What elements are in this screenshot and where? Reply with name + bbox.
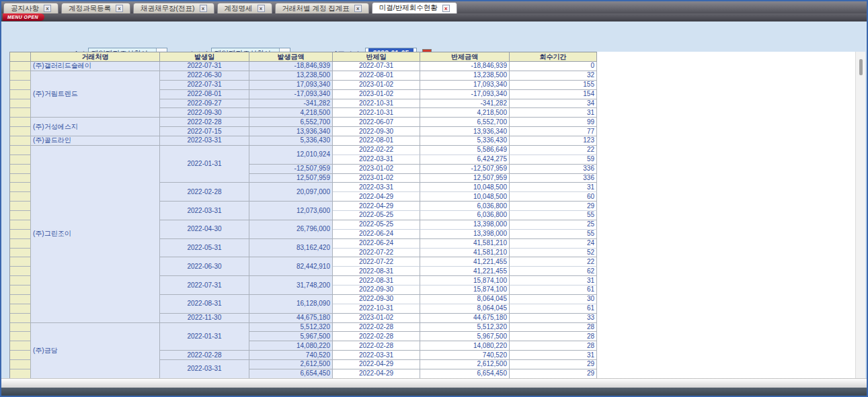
cell-customer[interactable]: (주)거성에스지 <box>31 118 160 136</box>
row-selector[interactable] <box>10 62 31 71</box>
cell-issue-date[interactable]: 2022-03-31 <box>160 202 249 220</box>
cell-repay-date[interactable]: 2023-01-02 <box>333 90 420 99</box>
cell-repay-amount[interactable]: 44,675,180 <box>420 314 510 323</box>
cell-repay-amount[interactable]: 740,520 <box>420 351 510 360</box>
cell-repay-amount[interactable]: 15,874,100 <box>420 285 510 295</box>
cell-collection-days[interactable]: 31 <box>510 276 597 285</box>
cell-issue-amount[interactable]: 13,238,500 <box>249 71 333 81</box>
cell-repay-amount[interactable]: 6,552,700 <box>420 118 510 127</box>
cell-issue-date[interactable]: 2022-02-28 <box>160 351 249 360</box>
cell-issue-amount[interactable]: 17,093,340 <box>249 81 333 90</box>
cell-repay-amount[interactable]: 10,048,500 <box>420 192 510 202</box>
cell-issue-date[interactable]: 2022-07-31 <box>160 81 249 90</box>
cell-repay-amount[interactable]: 6,654,450 <box>420 369 510 378</box>
row-selector[interactable] <box>10 369 31 378</box>
cell-customer[interactable]: (주)골드라인 <box>31 136 160 146</box>
row-selector[interactable] <box>10 314 31 323</box>
cell-repay-date[interactable]: 2023-01-02 <box>333 81 420 90</box>
cell-repay-date[interactable]: 2022-04-29 <box>333 360 420 369</box>
cell-repay-date[interactable]: 2022-03-31 <box>333 351 420 360</box>
cell-collection-days[interactable]: 336 <box>510 174 597 183</box>
row-selector[interactable] <box>10 174 31 183</box>
row-selector[interactable] <box>10 360 31 369</box>
cell-collection-days[interactable]: 28 <box>510 332 597 341</box>
cell-collection-days[interactable]: 24 <box>510 239 597 249</box>
row-selector[interactable] <box>10 90 31 99</box>
row-selector[interactable] <box>10 118 31 127</box>
row-selector[interactable] <box>10 220 31 230</box>
cell-issue-date[interactable]: 2022-09-27 <box>160 99 249 109</box>
cell-repay-amount[interactable]: 13,398,000 <box>420 230 510 239</box>
cell-collection-days[interactable]: 28 <box>510 323 597 333</box>
tab-close-icon[interactable]: x <box>200 5 207 12</box>
cell-issue-amount[interactable]: 44,675,180 <box>249 314 333 323</box>
cell-issue-date[interactable]: 2022-07-31 <box>160 62 249 71</box>
cell-collection-days[interactable]: 99 <box>510 118 597 127</box>
cell-collection-days[interactable]: 28 <box>510 341 597 351</box>
cell-repay-date[interactable]: 2022-09-30 <box>333 285 420 295</box>
cell-issue-date[interactable]: 2022-04-30 <box>160 220 249 239</box>
tab-close-icon[interactable]: x <box>116 5 123 12</box>
cell-collection-days[interactable]: 29 <box>510 360 597 369</box>
row-selector[interactable] <box>10 239 31 249</box>
horizontal-scroll-strip[interactable] <box>1 378 867 388</box>
cell-issue-amount[interactable]: 740,520 <box>249 351 333 360</box>
row-selector[interactable] <box>10 71 31 81</box>
cell-repay-date[interactable]: 2022-07-31 <box>333 62 420 71</box>
row-selector[interactable] <box>10 202 31 211</box>
cell-repay-amount[interactable]: 41,581,210 <box>420 239 510 249</box>
cell-issue-amount[interactable]: 5,336,430 <box>249 136 333 146</box>
tab-4[interactable]: 계정명세x <box>217 3 272 13</box>
cell-repay-amount[interactable]: 12,507,959 <box>420 174 510 183</box>
cell-issue-date[interactable]: 2022-03-31 <box>160 360 249 378</box>
cell-repay-date[interactable]: 2022-08-31 <box>333 276 420 285</box>
vertical-scrollbar[interactable] <box>855 52 865 378</box>
row-selector[interactable] <box>10 230 31 239</box>
cell-customer[interactable]: (주)갤러리드슬레이 <box>31 62 160 71</box>
row-selector[interactable] <box>10 351 31 360</box>
row-selector[interactable] <box>10 127 31 136</box>
tab-3[interactable]: 채권채무장(전표)x <box>133 3 214 13</box>
cell-repay-amount[interactable]: 17,093,340 <box>420 81 510 90</box>
cell-repay-amount[interactable]: 6,036,800 <box>420 202 510 211</box>
cell-repay-amount[interactable]: 5,512,320 <box>420 323 510 333</box>
cell-collection-days[interactable]: 55 <box>510 211 597 220</box>
cell-repay-amount[interactable]: 5,336,430 <box>420 136 510 146</box>
row-selector[interactable] <box>10 295 31 304</box>
cell-repay-date[interactable]: 2022-05-25 <box>333 211 420 220</box>
cell-repay-date[interactable]: 2023-01-02 <box>333 165 420 174</box>
row-selector[interactable] <box>10 276 31 285</box>
cell-repay-date[interactable]: 2022-08-01 <box>333 136 420 146</box>
row-selector[interactable] <box>10 155 31 165</box>
cell-collection-days[interactable]: 60 <box>510 192 597 202</box>
cell-collection-days[interactable]: 0 <box>510 62 597 71</box>
cell-issue-amount[interactable]: 5,512,320 <box>249 323 333 333</box>
cell-issue-date[interactable]: 2022-08-01 <box>160 90 249 99</box>
cell-repay-date[interactable]: 2022-06-07 <box>333 118 420 127</box>
row-selector[interactable] <box>10 285 31 295</box>
cell-repay-date[interactable]: 2022-10-31 <box>333 304 420 314</box>
cell-collection-days[interactable]: 59 <box>510 155 597 165</box>
row-selector[interactable] <box>10 146 31 155</box>
cell-collection-days[interactable]: 155 <box>510 81 597 90</box>
cell-repay-amount[interactable]: -17,093,340 <box>420 90 510 99</box>
row-selector[interactable] <box>10 192 31 202</box>
row-selector[interactable] <box>10 108 31 118</box>
row-selector[interactable] <box>10 332 31 341</box>
cell-repay-amount[interactable]: 6,036,800 <box>420 211 510 220</box>
cell-collection-days[interactable]: 32 <box>510 71 597 81</box>
cell-collection-days[interactable]: 30 <box>510 295 597 304</box>
cell-repay-date[interactable]: 2022-07-22 <box>333 257 420 267</box>
tab-close-icon[interactable]: x <box>44 5 51 12</box>
row-selector[interactable] <box>10 136 31 146</box>
cell-repay-date[interactable]: 2022-03-31 <box>333 155 420 165</box>
cell-customer[interactable]: (주)그린조이 <box>31 146 160 323</box>
cell-repay-date[interactable]: 2022-03-31 <box>333 183 420 192</box>
cell-repay-date[interactable]: 2023-01-02 <box>333 314 420 323</box>
cell-issue-amount[interactable]: 20,097,000 <box>249 183 333 202</box>
cell-collection-days[interactable]: 77 <box>510 127 597 136</box>
tab-5[interactable]: 거래처별 계정 집계표x <box>275 3 369 13</box>
cell-issue-date[interactable]: 2022-05-31 <box>160 239 249 258</box>
cell-repay-date[interactable]: 2022-04-29 <box>333 202 420 211</box>
cell-collection-days[interactable]: 62 <box>510 267 597 276</box>
